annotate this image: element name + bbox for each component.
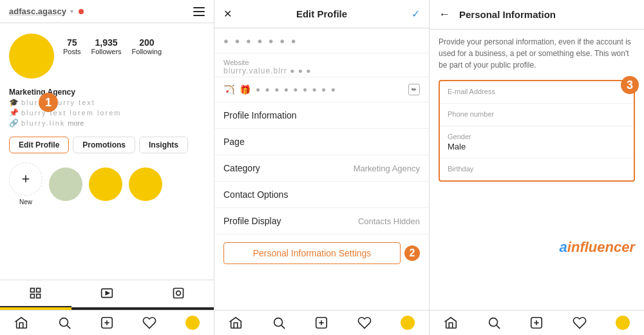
menu-item-profile-display[interactable]: Profile Display Contacts Hidden	[214, 208, 429, 235]
nav-heart[interactable]	[128, 316, 171, 330]
svg-line-14	[281, 325, 285, 329]
menu-label-display: Profile Display	[223, 216, 281, 226]
menu-item-profile-info[interactable]: Profile Information	[214, 102, 429, 129]
personal-info-header: ← Personal Information	[430, 0, 644, 30]
bio-edit-icon[interactable]: ✏	[408, 84, 420, 95]
email-field[interactable]: E-mail Address	[440, 81, 634, 104]
tabs-row	[0, 280, 214, 307]
website-value: blurry.value.blrr ● ● ●	[223, 66, 420, 75]
edit-profile-button[interactable]: Edit Profile	[9, 137, 69, 153]
username-area: adfasc.agascy ▾	[9, 6, 84, 16]
svg-line-9	[67, 325, 70, 329]
posts-stat: 75 Posts	[63, 37, 81, 55]
bio-name: Marketing Agency	[9, 88, 205, 97]
stats-row: 75 Posts 1,935 Followers 200 Following	[63, 37, 162, 55]
nav-profile-right[interactable]	[601, 316, 644, 330]
brand-letter-a: a	[560, 239, 567, 256]
back-button[interactable]: ←	[439, 8, 450, 21]
personal-info-fields-box: 3 E-mail Address Phone number Gender Mal…	[439, 80, 635, 182]
svg-marker-5	[106, 292, 109, 295]
menu-item-page[interactable]: Page	[214, 129, 429, 155]
bio-emoji-1: 🏹	[223, 84, 234, 95]
birthday-label: Birthday	[448, 165, 626, 173]
followers-stat: 1,935 Followers	[91, 37, 122, 55]
edit-profile-header: ✕ Edit Profile ✓	[214, 0, 429, 28]
nav-search[interactable]	[43, 316, 85, 330]
nav-home[interactable]	[0, 316, 43, 330]
menu-label-contact: Contact Options	[223, 189, 288, 200]
edit-profile-title: Edit Profile	[296, 8, 347, 19]
menu-item-category[interactable]: Category Marketing Agency	[214, 155, 429, 182]
svg-rect-2	[31, 294, 35, 298]
tab-tagged[interactable]	[142, 280, 214, 307]
svg-line-19	[497, 325, 500, 329]
notification-dot	[79, 9, 84, 14]
nav-profile[interactable]	[171, 316, 214, 330]
tab-grid[interactable]	[0, 280, 71, 307]
svg-point-13	[274, 318, 283, 327]
bio-more[interactable]: more	[68, 119, 84, 127]
top-bar: adfasc.agascy ▾	[0, 0, 214, 23]
story-circle-3[interactable]	[129, 168, 162, 201]
bottom-nav-right	[430, 310, 644, 335]
gender-label: Gender	[448, 133, 626, 140]
nav-add-right[interactable]	[515, 316, 558, 330]
personal-info-settings-link[interactable]: Personal Information Settings	[223, 242, 401, 264]
svg-point-7	[176, 291, 180, 296]
bottom-nav-middle	[214, 310, 429, 335]
story-circle-2[interactable]	[89, 168, 122, 201]
annotation-3: 3	[621, 76, 639, 94]
nav-search-mid[interactable]	[258, 316, 301, 330]
close-button[interactable]: ✕	[223, 8, 232, 20]
birthday-field[interactable]: Birthday	[440, 158, 634, 180]
add-story-button[interactable]: +	[9, 162, 43, 196]
following-stat: 200 Following	[132, 37, 162, 55]
personal-info-title: Personal Information	[459, 9, 556, 20]
nav-profile-mid[interactable]	[386, 316, 429, 330]
nav-search-right[interactable]	[473, 316, 516, 330]
bio-emoji-2: 🎁	[240, 84, 251, 95]
nav-add-mid[interactable]	[300, 316, 343, 330]
action-buttons: Edit Profile Promotions Insights	[0, 133, 214, 157]
middle-panel: ✕ Edit Profile ✓ ● ● ● ● ● ● ● Website b…	[214, 0, 430, 335]
story-circle-1[interactable]	[49, 168, 82, 201]
menu-item-contact[interactable]: Contact Options	[214, 182, 429, 208]
website-label: Website	[223, 59, 420, 66]
nav-home-right[interactable]	[430, 316, 473, 330]
promotions-button[interactable]: Promotions	[73, 137, 135, 153]
insights-button[interactable]: Insights	[139, 137, 188, 153]
gender-field[interactable]: Gender Male	[440, 126, 634, 158]
menu-label-category: Category	[223, 163, 260, 173]
nav-avatar-mid	[401, 316, 415, 330]
bio-blurred-text: ● ● ● ● ● ● ● ● ●	[256, 85, 403, 94]
menu-label-profile-info: Profile Information	[223, 110, 297, 120]
hamburger-menu[interactable]	[193, 7, 205, 16]
svg-rect-3	[37, 294, 41, 298]
nav-heart-mid[interactable]	[343, 316, 386, 330]
phone-label: Phone number	[448, 110, 626, 118]
nav-home-mid[interactable]	[214, 316, 258, 330]
nav-heart-right[interactable]	[558, 316, 601, 330]
menu-value-category: Marketing Agency	[354, 164, 420, 173]
gender-value: Male	[448, 142, 626, 151]
bio-line2: 📌 blurry text lorem lorem	[9, 108, 205, 117]
save-check-button[interactable]: ✓	[412, 8, 420, 20]
menu-value-display: Contacts Hidden	[358, 216, 420, 226]
annotation-1: 1	[39, 93, 58, 112]
annotation-2: 2	[404, 245, 420, 261]
left-panel: adfasc.agascy ▾ 75 Posts 1,935 Followers	[0, 0, 214, 335]
posts-label: Posts	[63, 48, 81, 55]
edit-menu-items: Profile Information Page Category Market…	[214, 102, 429, 235]
story-new-label: New	[19, 198, 32, 206]
phone-field[interactable]: Phone number	[440, 104, 634, 126]
following-count: 200	[139, 37, 154, 48]
stories-row: + New	[0, 157, 214, 211]
brand-text-influencer: influencer	[567, 239, 635, 256]
ainfluencer-brand: a influencer	[430, 233, 644, 262]
tab-reels[interactable]	[71, 280, 143, 307]
story-new[interactable]: + New	[9, 162, 43, 206]
edit-username-row: ● ● ● ● ● ● ●	[214, 28, 429, 53]
nav-add[interactable]	[86, 316, 128, 330]
svg-point-18	[489, 318, 498, 327]
chevron-down-icon: ▾	[70, 8, 73, 15]
